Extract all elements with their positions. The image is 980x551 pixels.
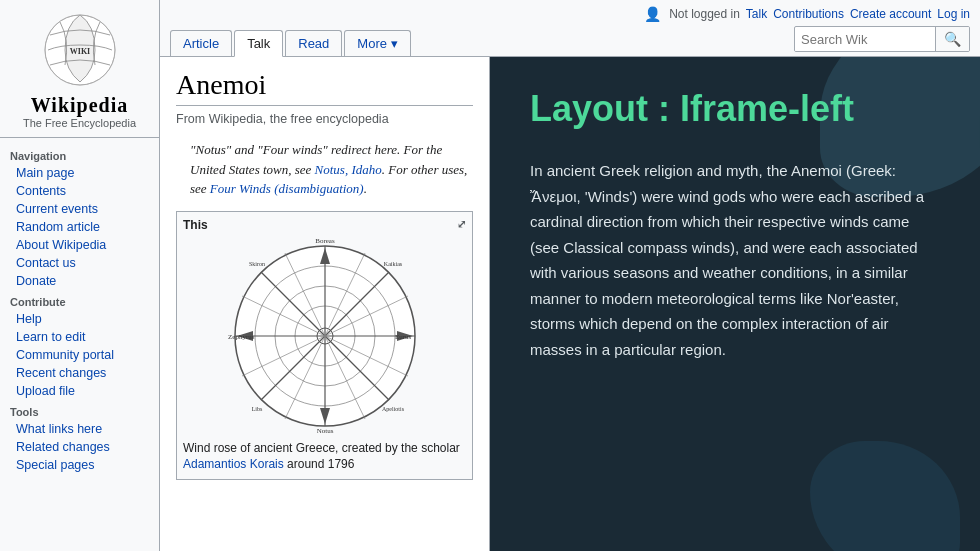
article-title: Anemoi bbox=[176, 69, 473, 106]
hatnote: "Notus" and "Four winds" redirect here. … bbox=[176, 136, 473, 203]
sidebar-item-what-links-here[interactable]: What links here bbox=[0, 420, 159, 438]
article-from: From Wikipedia, the free encyclopedia bbox=[176, 112, 473, 126]
login-link[interactable]: Log in bbox=[937, 7, 970, 21]
tabs-and-search: Article Talk Read More ▾ 🔍 bbox=[170, 26, 970, 56]
search-input[interactable] bbox=[795, 28, 935, 51]
svg-text:Libs: Libs bbox=[251, 406, 262, 412]
content-area: Anemoi From Wikipedia, the free encyclop… bbox=[160, 57, 980, 551]
svg-text:Notus: Notus bbox=[316, 427, 333, 435]
tab-article[interactable]: Article bbox=[170, 30, 232, 56]
sidebar-item-current-events[interactable]: Current events bbox=[0, 200, 159, 218]
svg-text:WIKI: WIKI bbox=[69, 47, 89, 56]
sidebar: WIKI Wikipedia The Free Encyclopedia Nav… bbox=[0, 0, 160, 551]
sidebar-item-main-page[interactable]: Main page bbox=[0, 164, 159, 182]
user-links: 👤 Not logged in Talk Contributions Creat… bbox=[170, 4, 970, 26]
sidebar-item-contents[interactable]: Contents bbox=[0, 182, 159, 200]
image-box-title: This ⤢ bbox=[183, 218, 466, 232]
tab-more[interactable]: More ▾ bbox=[344, 30, 410, 56]
svg-text:Apeliotis: Apeliotis bbox=[382, 406, 405, 412]
notus-idaho-link[interactable]: Notus, Idaho bbox=[315, 162, 382, 177]
topbar: 👤 Not logged in Talk Contributions Creat… bbox=[160, 0, 980, 57]
four-winds-link[interactable]: Four Winds (disambiguation) bbox=[210, 181, 364, 196]
contributions-link[interactable]: Contributions bbox=[773, 7, 844, 21]
image-caption: Wind rose of ancient Greece, created by … bbox=[183, 440, 466, 474]
image-box: This ⤢ bbox=[176, 211, 473, 481]
nav-section-title: Navigation bbox=[0, 144, 159, 164]
create-account-link[interactable]: Create account bbox=[850, 7, 931, 21]
decorative-blob-2 bbox=[810, 441, 960, 551]
panel-body-text: In ancient Greek religion and myth, the … bbox=[530, 158, 930, 362]
article: Anemoi From Wikipedia, the free encyclop… bbox=[160, 57, 490, 551]
wikipedia-logo: WIKI bbox=[40, 10, 120, 90]
panel-heading: Layout : Iframe-left bbox=[530, 87, 940, 130]
site-title: Wikipedia bbox=[31, 94, 129, 117]
sidebar-item-related-changes[interactable]: Related changes bbox=[0, 438, 159, 456]
tab-read[interactable]: Read bbox=[285, 30, 342, 56]
sidebar-item-random-article[interactable]: Random article bbox=[0, 218, 159, 236]
svg-text:Eurus: Eurus bbox=[395, 333, 412, 341]
wind-rose-image: Boreas Notus Zephyrus Eurus Skiron Kaiki… bbox=[225, 236, 425, 436]
svg-text:Skiron: Skiron bbox=[248, 261, 264, 267]
sidebar-item-community-portal[interactable]: Community portal bbox=[0, 346, 159, 364]
sidebar-item-special-pages[interactable]: Special pages bbox=[0, 456, 159, 474]
sidebar-item-help[interactable]: Help bbox=[0, 310, 159, 328]
talk-link[interactable]: Talk bbox=[746, 7, 767, 21]
sidebar-item-donate[interactable]: Donate bbox=[0, 272, 159, 290]
right-panel: Layout : Iframe-left In ancient Greek re… bbox=[490, 57, 980, 551]
sidebar-item-about[interactable]: About Wikipedia bbox=[0, 236, 159, 254]
search-button[interactable]: 🔍 bbox=[935, 27, 969, 51]
sidebar-navigation: Navigation Main page Contents Current ev… bbox=[0, 138, 159, 551]
svg-text:Zephyrus: Zephyrus bbox=[228, 333, 255, 341]
logo-area: WIKI Wikipedia The Free Encyclopedia bbox=[0, 0, 159, 138]
sidebar-item-upload-file[interactable]: Upload file bbox=[0, 382, 159, 400]
svg-text:Kaikias: Kaikias bbox=[383, 261, 402, 267]
main-area: 👤 Not logged in Talk Contributions Creat… bbox=[160, 0, 980, 551]
contribute-section-title: Contribute bbox=[0, 290, 159, 310]
tools-section-title: Tools bbox=[0, 400, 159, 420]
search-box[interactable]: 🔍 bbox=[794, 26, 970, 52]
tab-talk[interactable]: Talk bbox=[234, 30, 283, 57]
user-icon: 👤 bbox=[644, 6, 661, 22]
not-logged-in-text: Not logged in bbox=[669, 7, 740, 21]
sidebar-item-learn-to-edit[interactable]: Learn to edit bbox=[0, 328, 159, 346]
site-subtitle: The Free Encyclopedia bbox=[23, 117, 136, 129]
svg-text:Boreas: Boreas bbox=[315, 237, 335, 245]
adamantios-link[interactable]: Adamantios Korais bbox=[183, 457, 284, 471]
article-tabs: Article Talk Read More ▾ bbox=[170, 30, 411, 56]
sidebar-item-recent-changes[interactable]: Recent changes bbox=[0, 364, 159, 382]
sidebar-item-contact[interactable]: Contact us bbox=[0, 254, 159, 272]
expand-icon[interactable]: ⤢ bbox=[457, 218, 466, 231]
